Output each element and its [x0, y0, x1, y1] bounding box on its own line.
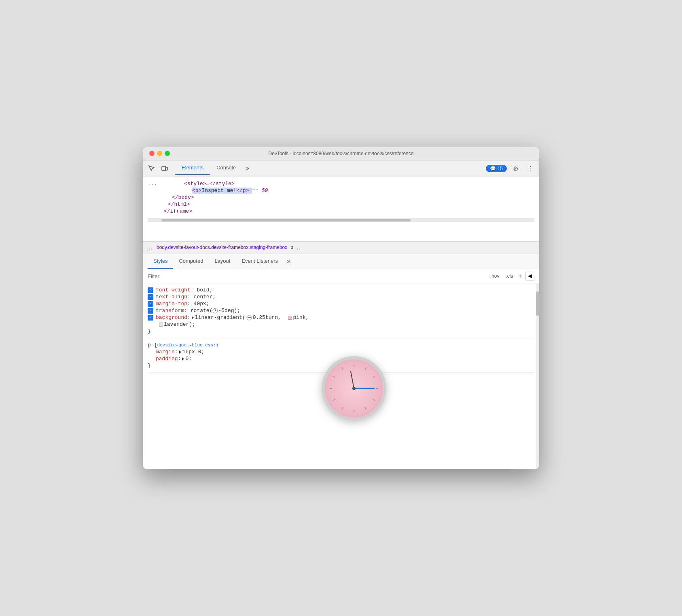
css-source-link[interactable]: devsite-goo…-blue.css:1 — [157, 343, 218, 348]
devtools-window: DevTools - localhost:8080/web/tools/chro… — [143, 147, 539, 469]
lavender-swatch[interactable] — [159, 323, 163, 327]
selected-element-row[interactable]: <p>Inspect me!</p> == $0 — [148, 187, 534, 194]
clock-face — [322, 356, 386, 421]
prop-margin: margin : 16px 0; — [148, 348, 534, 355]
svg-point-21 — [352, 387, 356, 390]
pink-swatch[interactable] — [288, 316, 292, 320]
svg-line-17 — [333, 376, 335, 378]
hov-button[interactable]: :hov — [489, 272, 501, 280]
traffic-lights — [149, 151, 170, 156]
maximize-button[interactable] — [165, 151, 170, 156]
expand-padding-icon[interactable] — [182, 357, 184, 361]
svg-line-14 — [342, 407, 343, 409]
svg-rect-1 — [165, 167, 167, 170]
tab-layout[interactable]: Layout — [209, 254, 236, 269]
svg-line-18 — [342, 367, 343, 369]
style-tag: <style>…</style> — [184, 181, 235, 187]
breadcrumb-more[interactable]: … — [295, 244, 301, 251]
minimize-button[interactable] — [157, 151, 162, 156]
tab-console[interactable]: Console — [210, 162, 242, 175]
title-bar: DevTools - localhost:8080/web/tools/chro… — [143, 147, 539, 160]
svg-line-9 — [373, 376, 375, 378]
svg-line-11 — [373, 399, 375, 401]
styles-panel-tabs: Styles Computed Layout Event Listeners » — [143, 253, 539, 269]
prop-margin-top: margin-top : 40px; — [148, 300, 534, 307]
breadcrumb-item-body[interactable]: body.devsite-layout-docs.devsite-framebo… — [157, 245, 287, 250]
horizontal-scrollbar[interactable] — [148, 218, 534, 222]
checkbox-transform[interactable] — [148, 308, 153, 314]
clock-overlay — [322, 356, 386, 421]
tab-computed[interactable]: Computed — [173, 254, 209, 269]
expand-background-icon[interactable] — [192, 316, 194, 319]
inspect-element-icon[interactable] — [146, 163, 157, 174]
device-toolbar-icon[interactable] — [159, 163, 170, 174]
tab-elements[interactable]: Elements — [175, 162, 210, 175]
prop-transform: transform : rotate( -5deg); — [148, 307, 534, 314]
box-model-icon[interactable]: ◄ — [525, 272, 534, 281]
expand-margin-icon[interactable] — [179, 350, 181, 354]
css-rules-panel: font-weight : bold; text-align : center;… — [143, 283, 539, 469]
panel-tabs: Elements Console » — [175, 162, 484, 175]
checkbox-text-align[interactable] — [148, 294, 153, 300]
breadcrumb-dots[interactable]: … — [147, 244, 152, 251]
rule2-selector: p { devsite-goo…-blue.css:1 — [148, 342, 534, 348]
rule1-closing-brace: } — [148, 328, 534, 335]
window-title: DevTools - localhost:8080/web/tools/chro… — [269, 151, 414, 156]
selected-element-highlight: <p>Inspect me!</p> — [192, 188, 252, 194]
iframe-close-row: </iframe> — [148, 208, 534, 215]
filter-bar: :hov .cls + ◄ — [143, 269, 539, 283]
vertical-scrollbar[interactable] — [536, 283, 539, 469]
svg-line-15 — [333, 399, 335, 401]
prop-background-cont: lavender); — [148, 321, 534, 328]
breadcrumb-item-p[interactable]: p — [290, 245, 293, 250]
prop-background: background : linear-gradient( 0.25turn, … — [148, 314, 534, 321]
devtools-toolbar: Elements Console » 💬 15 ⚙ ⋮ — [143, 160, 539, 177]
filter-input[interactable] — [148, 273, 485, 279]
checkbox-background[interactable] — [148, 315, 153, 321]
more-options-icon[interactable]: ⋮ — [525, 163, 536, 174]
messages-badge[interactable]: 💬 15 — [486, 165, 507, 172]
circle-minus-icon[interactable] — [246, 315, 252, 321]
toolbar-right: 💬 15 ⚙ ⋮ — [486, 163, 536, 174]
more-styles-tabs[interactable]: » — [284, 253, 294, 269]
more-tabs-button[interactable]: » — [242, 162, 252, 175]
settings-icon[interactable]: ⚙ — [510, 163, 521, 174]
checkbox-margin-top[interactable] — [148, 301, 153, 307]
prop-font-weight: font-weight : bold; — [148, 287, 534, 293]
cls-button[interactable]: .cls — [504, 272, 515, 280]
tab-styles[interactable]: Styles — [148, 254, 173, 269]
body-close-row: </body> — [148, 194, 534, 201]
angle-clock-icon[interactable] — [212, 308, 218, 314]
elements-panel: ... <style>…</style> <p>Inspect me!</p> … — [143, 177, 539, 242]
close-button[interactable] — [149, 151, 155, 156]
svg-line-20 — [351, 371, 354, 388]
elements-row: ... <style>…</style> — [148, 180, 534, 187]
clock-ticks — [325, 359, 383, 418]
add-style-button[interactable]: + — [518, 272, 522, 281]
checkbox-font-weight[interactable] — [148, 287, 153, 293]
html-close-row: </html> — [148, 201, 534, 208]
svg-line-8 — [365, 367, 366, 369]
filter-actions: :hov .cls + ◄ — [489, 272, 534, 281]
tab-event-listeners[interactable]: Event Listeners — [236, 254, 284, 269]
prop-text-align: text-align : center; — [148, 293, 534, 300]
breadcrumb-bar: … body.devsite-layout-docs.devsite-frame… — [143, 242, 539, 253]
message-icon: 💬 — [490, 166, 496, 171]
svg-line-12 — [365, 407, 366, 409]
horizontal-scrollbar-thumb — [161, 219, 411, 222]
scrollbar-thumb — [536, 291, 539, 316]
css-rule-block-1: font-weight : bold; text-align : center;… — [148, 287, 534, 338]
ellipsis-dots: ... — [148, 181, 160, 187]
